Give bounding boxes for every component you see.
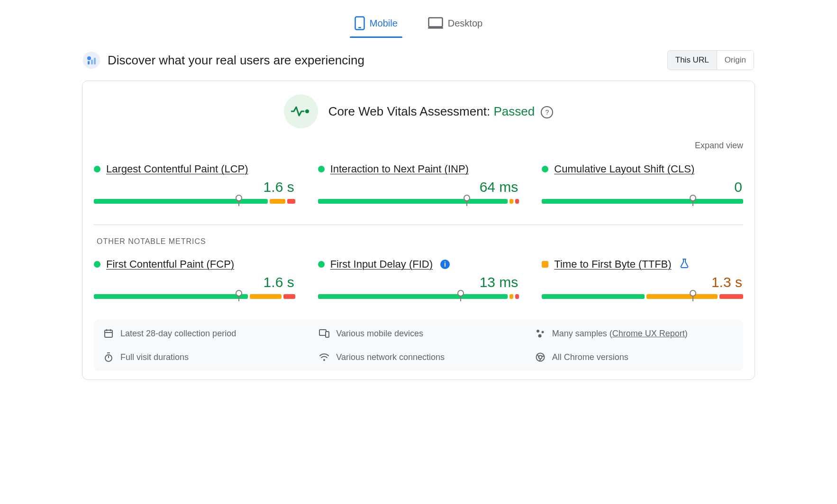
vitals-pass-icon bbox=[284, 94, 318, 128]
metric-inp-name[interactable]: Interaction to Next Paint (INP) bbox=[330, 163, 469, 175]
metric-ttfb-name[interactable]: Time to First Byte (TTFB) bbox=[554, 258, 671, 270]
metric-fid-name[interactable]: First Input Delay (FID) bbox=[330, 258, 433, 270]
assessment-status: Passed bbox=[493, 104, 535, 118]
status-dot-icon bbox=[542, 166, 548, 172]
metric-cls-value: 0 bbox=[542, 179, 743, 195]
svg-point-14 bbox=[538, 334, 541, 338]
svg-rect-9 bbox=[105, 330, 112, 337]
metric-fid-bar bbox=[318, 294, 519, 303]
devices-icon bbox=[319, 328, 329, 339]
info-icon[interactable]: i bbox=[440, 260, 450, 269]
bar-marker-icon bbox=[690, 195, 696, 201]
device-tabs: Mobile Desktop bbox=[82, 5, 755, 38]
meta-durations: Full visit durations bbox=[103, 352, 302, 362]
metric-cls-bar bbox=[542, 199, 743, 207]
svg-rect-1 bbox=[358, 27, 361, 28]
tab-desktop[interactable]: Desktop bbox=[426, 11, 484, 38]
field-data-icon bbox=[83, 52, 100, 69]
status-dot-icon bbox=[318, 261, 325, 268]
meta-samples: Many samples (Chrome UX Report) bbox=[535, 328, 734, 339]
metric-lcp-name[interactable]: Largest Contentful Paint (LCP) bbox=[106, 163, 248, 175]
crux-report-link[interactable]: Chrome UX Report bbox=[612, 329, 685, 338]
svg-point-12 bbox=[537, 330, 539, 333]
scope-this-url[interactable]: This URL bbox=[668, 51, 717, 70]
metric-fcp: First Contentful Paint (FCP) 1.6 s bbox=[94, 258, 295, 303]
svg-point-13 bbox=[541, 331, 544, 333]
tab-desktop-label: Desktop bbox=[448, 18, 482, 29]
page-title: Discover what your real users are experi… bbox=[108, 53, 364, 68]
bar-marker-icon bbox=[690, 290, 696, 297]
metric-lcp: Largest Contentful Paint (LCP) 1.6 s bbox=[94, 163, 295, 207]
metric-lcp-value: 1.6 s bbox=[94, 179, 295, 195]
assessment-help-icon[interactable]: ? bbox=[541, 106, 553, 118]
svg-rect-3 bbox=[428, 27, 443, 29]
other-metrics-heading: OTHER NOTABLE METRICS bbox=[97, 237, 743, 246]
metric-cls-name[interactable]: Cumulative Layout Shift (CLS) bbox=[554, 163, 694, 175]
bar-marker-icon bbox=[464, 195, 470, 201]
stopwatch-icon bbox=[103, 352, 114, 362]
metric-fid-value: 13 ms bbox=[318, 274, 519, 290]
experimental-flask-icon[interactable] bbox=[680, 259, 689, 270]
metric-cls: Cumulative Layout Shift (CLS) 0 bbox=[542, 163, 743, 207]
status-dot-icon bbox=[318, 166, 325, 172]
field-data-card: Core Web Vitals Assessment: Passed ? Exp… bbox=[82, 81, 755, 380]
tab-mobile-label: Mobile bbox=[370, 18, 398, 29]
assessment-prefix: Core Web Vitals Assessment: bbox=[328, 104, 491, 118]
assessment-row: Core Web Vitals Assessment: Passed ? bbox=[94, 94, 743, 128]
metric-ttfb-bar bbox=[542, 294, 743, 303]
metric-fcp-value: 1.6 s bbox=[94, 274, 295, 290]
wifi-icon bbox=[319, 352, 329, 362]
scope-origin[interactable]: Origin bbox=[717, 51, 754, 70]
svg-point-16 bbox=[323, 359, 325, 361]
bar-marker-icon bbox=[236, 195, 242, 201]
metric-ttfb-value: 1.3 s bbox=[542, 274, 743, 290]
bar-marker-icon bbox=[236, 290, 242, 297]
svg-rect-10 bbox=[319, 330, 326, 335]
samples-icon bbox=[535, 328, 546, 339]
svg-rect-2 bbox=[428, 18, 442, 27]
svg-rect-7 bbox=[94, 58, 96, 64]
metric-ttfb: Time to First Byte (TTFB) 1.3 s bbox=[542, 258, 743, 303]
svg-rect-11 bbox=[326, 332, 329, 337]
header-row: Discover what your real users are experi… bbox=[82, 50, 755, 70]
metric-inp-bar bbox=[318, 199, 519, 207]
svg-point-8 bbox=[305, 109, 309, 113]
other-metrics-grid: First Contentful Paint (FCP) 1.6 s First bbox=[94, 258, 743, 303]
metadata-panel: Latest 28-day collection period Various … bbox=[94, 320, 743, 371]
calendar-icon bbox=[103, 328, 114, 339]
metric-lcp-bar bbox=[94, 199, 295, 207]
status-dot-icon bbox=[94, 166, 100, 172]
meta-devices: Various mobile devices bbox=[319, 328, 518, 339]
chrome-icon bbox=[535, 352, 546, 362]
metric-fcp-bar bbox=[94, 294, 295, 303]
core-metrics-grid: Largest Contentful Paint (LCP) 1.6 s Int… bbox=[94, 163, 743, 207]
meta-chrome: All Chrome versions bbox=[535, 352, 734, 362]
section-divider bbox=[94, 225, 743, 225]
status-square-icon bbox=[542, 261, 548, 268]
assessment-title: Core Web Vitals Assessment: Passed ? bbox=[328, 104, 554, 119]
metric-inp: Interaction to Next Paint (INP) 64 ms bbox=[318, 163, 519, 207]
metric-fcp-name[interactable]: First Contentful Paint (FCP) bbox=[106, 258, 234, 270]
tab-mobile[interactable]: Mobile bbox=[353, 11, 400, 38]
expand-view-link[interactable]: Expand view bbox=[695, 141, 743, 151]
meta-collection-period: Latest 28-day collection period bbox=[103, 328, 302, 339]
status-dot-icon bbox=[94, 261, 100, 268]
svg-point-4 bbox=[87, 56, 91, 60]
metric-fid: First Input Delay (FID) i 13 ms bbox=[318, 258, 519, 303]
bar-marker-icon bbox=[457, 290, 464, 297]
meta-network: Various network connections bbox=[319, 352, 518, 362]
svg-rect-6 bbox=[91, 60, 93, 64]
metric-inp-value: 64 ms bbox=[318, 179, 519, 195]
mobile-icon bbox=[355, 16, 365, 30]
svg-rect-5 bbox=[88, 61, 90, 64]
scope-toggle: This URL Origin bbox=[667, 50, 754, 70]
desktop-icon bbox=[428, 17, 443, 29]
